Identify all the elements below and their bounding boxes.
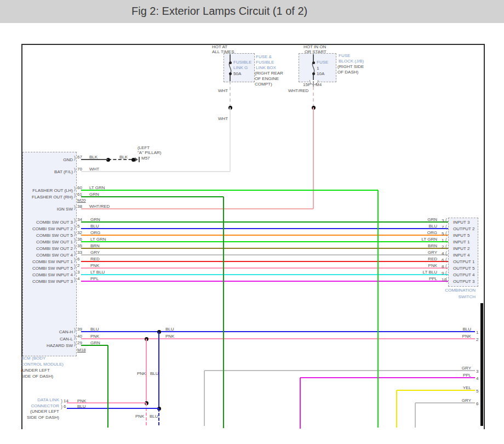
hot-at-all-times-label: ALL TIMES xyxy=(212,49,234,54)
pin-arc: ) xyxy=(74,193,76,198)
wire-color-label: GRY xyxy=(355,250,437,255)
bcm-pin-label: COMBI SW INPUT 5 xyxy=(0,266,73,271)
hot-in-on-or-start-label: OR START xyxy=(305,49,327,54)
fuse-terminal-dot xyxy=(229,61,232,64)
combination-switch-caption: SWITCH xyxy=(393,294,476,299)
ground-location: (LEFT xyxy=(138,145,150,150)
ground-connector-id: M57 xyxy=(141,156,150,161)
wire xyxy=(313,107,314,209)
wire-color-label: BLU xyxy=(150,414,158,419)
bcm-pin-label: COMBI SW INPUT 4 xyxy=(0,272,73,277)
wire xyxy=(230,75,231,81)
bcm-caption: BCM (BODY xyxy=(21,356,45,361)
wire-color-label: WHT xyxy=(218,116,228,121)
diagram-canvas: HOT ATALL TIMESHOT IN ONOR STARTFUSIBLEL… xyxy=(0,0,504,444)
switch-pin-label: OUTPUT 3 xyxy=(453,279,474,284)
bcm-pin-label: COMBI SW OUT 2 xyxy=(0,246,73,251)
junction-dot xyxy=(131,158,135,162)
fuse-box-name: FUSIBLE xyxy=(256,60,274,65)
wire xyxy=(139,157,140,162)
switch-pin-label: INPUT 1 xyxy=(453,240,470,244)
exit-pin-number: 3 xyxy=(476,369,478,374)
fuse-block-name: BLOCK (J/B) xyxy=(339,59,364,64)
page-continuation-bar xyxy=(480,303,483,426)
wire-color-label: PPL xyxy=(389,373,471,378)
bcm-pin-label: IGN SW xyxy=(0,207,73,212)
connector-id: M4 xyxy=(316,82,322,87)
wire xyxy=(81,196,224,197)
wire xyxy=(158,408,159,425)
wire-color-label: ORG xyxy=(355,230,437,235)
exit-pin-number: 1 xyxy=(476,330,478,335)
bcm-pin-label: GND xyxy=(0,157,73,162)
wire xyxy=(230,54,231,61)
wire xyxy=(313,81,314,87)
pin-arc: ) xyxy=(74,328,76,333)
wire-color-label: PNK xyxy=(135,414,144,419)
bcm-pin-label: HAZARD SW xyxy=(0,343,73,348)
pin-arc: ) xyxy=(74,335,76,340)
wire xyxy=(377,190,379,428)
wire-color-label: BLK xyxy=(119,155,128,160)
wire-color-label: WHT/RED xyxy=(288,88,308,93)
pin-arc: ) xyxy=(74,251,76,256)
wire-color-label: GRY xyxy=(389,398,471,403)
pin-arc: ) xyxy=(61,405,62,409)
pin-number: 5 xyxy=(77,224,79,229)
wire-color-label: RED xyxy=(355,257,437,261)
wire xyxy=(81,190,378,191)
fusible-link-name: FUSIBLE xyxy=(233,60,251,65)
wire xyxy=(313,87,314,107)
wire xyxy=(313,54,314,61)
exit-pin-number: 2 xyxy=(476,337,478,342)
bcm-pin-label: FLASHER OUT (LH) xyxy=(0,188,73,193)
wire xyxy=(396,390,397,428)
bcm-pin-label: COMBI SW INPUT 2 xyxy=(0,226,73,231)
dlc-caption: (UNDER LEFT xyxy=(0,409,59,414)
switch-pin-label: OUTPUT 5 xyxy=(453,266,474,271)
pin-arc: ( xyxy=(445,271,447,276)
wire xyxy=(81,208,313,209)
dlc-caption: SIDE OF DASH) xyxy=(0,415,59,420)
wire-color-label: LT GRN xyxy=(355,237,437,242)
wire xyxy=(204,371,205,426)
wire xyxy=(415,403,416,428)
wiring-diagram-page: Fig 2: Exterior Lamps Circuit (1 of 2) H… xyxy=(0,0,504,444)
wire-color-label: PPL xyxy=(355,276,437,281)
pin-arc: ) xyxy=(74,186,76,191)
hot-at-all-times-label: HOT AT xyxy=(212,44,227,49)
fuse-box-location: OF ENGINE xyxy=(255,76,279,81)
pin-arc: ) xyxy=(74,277,76,282)
bcm-pin-label: COMBI SW OUT 3 xyxy=(0,220,73,225)
fuse-block-name: FUSE xyxy=(339,53,350,58)
bcm-caption: CONTROL MODULE) xyxy=(21,362,64,367)
wire-color-label: PNK xyxy=(355,263,437,268)
bcm-pin-label: CAN-L xyxy=(0,337,73,341)
wire-color-label: GRY xyxy=(389,366,471,371)
fuse-name: FUSE xyxy=(317,60,328,65)
wire xyxy=(81,171,230,172)
bcm-pin-label: COMBI SW INPUT 1 xyxy=(0,259,73,264)
pin-arc: ) xyxy=(74,258,76,263)
pin-arc: ) xyxy=(74,264,76,269)
wire xyxy=(313,75,314,80)
wire-color-label: YEL xyxy=(389,385,471,390)
wire xyxy=(230,107,231,172)
connector-id: M20 xyxy=(77,198,86,203)
wire xyxy=(158,332,159,408)
switch-pin-label: OUTPUT 1 xyxy=(453,259,474,264)
wire xyxy=(230,81,231,107)
wire-color-label: LT BLU xyxy=(355,270,437,275)
pin-arc: ( xyxy=(445,225,447,230)
bcm-pin-label: CAN-H xyxy=(0,329,73,334)
pin-arc: ( xyxy=(445,251,447,256)
wire xyxy=(81,345,108,346)
wire-color-label: GRN xyxy=(355,217,437,222)
fuse-number: 1 xyxy=(317,66,319,71)
fuse-box-location: COMPT) xyxy=(255,82,272,87)
pin-number: 6 xyxy=(64,404,66,409)
pin-arc: ( xyxy=(445,244,447,249)
fuse-box-location: (RIGHT REAR xyxy=(255,71,283,76)
bcm-pin-label: COMBI SW OUT 5 xyxy=(0,233,73,238)
pin-arc: ) xyxy=(74,225,76,230)
